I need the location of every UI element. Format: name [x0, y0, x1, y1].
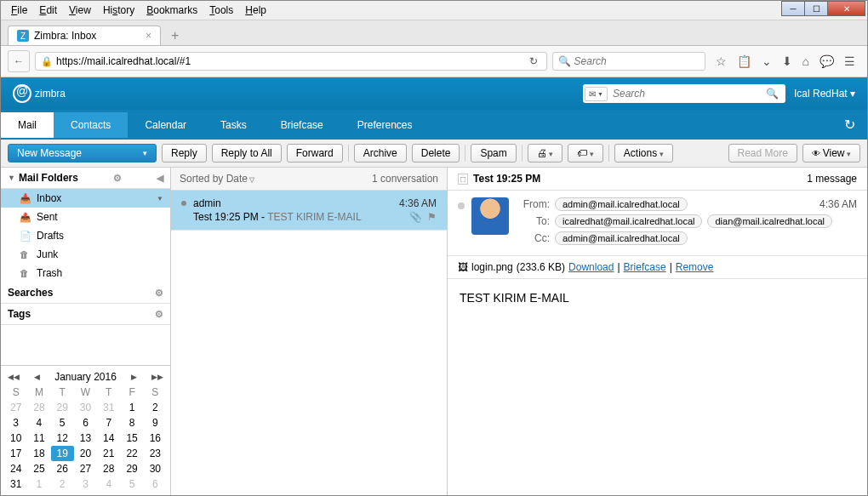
cal-day-next[interactable]: 2 — [51, 476, 74, 492]
cal-day-next[interactable]: 5 — [120, 476, 143, 492]
tab-calendar[interactable]: Calendar — [128, 112, 203, 138]
menu-file[interactable]: File — [6, 3, 32, 18]
cal-day[interactable]: 16 — [144, 430, 167, 446]
collapse-icon[interactable]: ▼ — [8, 174, 15, 182]
read-more-button[interactable]: Read More — [728, 144, 797, 162]
cal-day-next[interactable]: 6 — [144, 476, 167, 492]
window-close[interactable]: ✕ — [827, 1, 865, 16]
zimbra-search[interactable]: ✉ ▼ 🔍 — [583, 84, 785, 103]
cal-day[interactable]: 11 — [27, 430, 50, 446]
address-bar[interactable]: 🔒 ↻ — [35, 52, 547, 71]
hamburger-icon[interactable]: ☰ — [844, 54, 855, 68]
cal-day[interactable]: 12 — [51, 430, 74, 446]
clipboard-icon[interactable]: 📋 — [737, 54, 751, 68]
mail-folders-header[interactable]: ▼ Mail Folders ⚙ ◀ — [1, 168, 170, 189]
reply-all-button[interactable]: Reply to All — [212, 144, 282, 162]
gear-icon[interactable]: ⚙ — [155, 309, 163, 320]
cal-day-next[interactable]: 4 — [97, 476, 120, 492]
collapse-panel-icon[interactable]: ◀ — [157, 173, 163, 184]
flag-icon[interactable]: ⚑ — [427, 211, 437, 223]
read-status-icon[interactable] — [458, 202, 465, 209]
sidebar-item-junk[interactable]: 🗑Junk — [1, 245, 170, 264]
cal-prev-fast[interactable]: ◀◀ — [8, 373, 20, 381]
search-submit-icon[interactable]: 🔍 — [761, 88, 784, 100]
home-icon[interactable]: ⌂ — [802, 54, 809, 68]
cal-day[interactable]: 14 — [97, 430, 120, 446]
cal-day[interactable]: 31 — [4, 476, 27, 492]
menu-help[interactable]: Help — [240, 3, 271, 18]
bookmark-star-icon[interactable]: ☆ — [716, 54, 727, 68]
cal-day-prev[interactable]: 28 — [27, 400, 50, 415]
cal-day[interactable]: 18 — [27, 446, 50, 461]
chat-icon[interactable]: 💬 — [819, 54, 834, 68]
cal-day[interactable]: 2 — [144, 400, 167, 415]
expand-icon[interactable]: □ — [458, 174, 468, 185]
cal-day[interactable]: 21 — [97, 446, 120, 461]
tab-mail[interactable]: Mail — [1, 112, 54, 138]
sort-dropdown[interactable]: Sorted by Date — [180, 173, 254, 185]
cal-next-fast[interactable]: ▶▶ — [151, 373, 163, 381]
reload-icon[interactable]: ↻ — [526, 55, 541, 67]
cal-day[interactable]: 19 — [51, 446, 74, 461]
menu-history[interactable]: History — [98, 3, 140, 18]
cal-day[interactable]: 7 — [97, 415, 120, 430]
actions-dropdown[interactable]: Actions — [614, 144, 673, 162]
url-input[interactable] — [56, 55, 523, 67]
browser-search[interactable]: 🔍 — [552, 52, 705, 71]
cal-day[interactable]: 17 — [4, 446, 27, 461]
cal-next[interactable]: ▶ — [131, 373, 137, 381]
cal-title[interactable]: January 2016 — [54, 371, 117, 383]
search-scope-dropdown[interactable]: ✉ ▼ — [585, 87, 608, 101]
cal-day[interactable]: 13 — [74, 430, 97, 446]
cal-day-next[interactable]: 1 — [27, 476, 50, 492]
message-item[interactable]: admin4:36 AMTest 19:25 PM - TEST KIRIM E… — [171, 191, 447, 231]
cal-day-prev[interactable]: 30 — [74, 400, 97, 415]
cal-day[interactable]: 30 — [144, 461, 167, 476]
delete-button[interactable]: Delete — [412, 144, 460, 162]
menu-tools[interactable]: Tools — [204, 3, 238, 18]
attachment-download[interactable]: Download — [568, 261, 614, 273]
attachment-briefcase[interactable]: Briefcase — [624, 261, 666, 273]
spam-button[interactable]: Spam — [471, 144, 516, 162]
cal-day[interactable]: 25 — [27, 461, 50, 476]
reply-button[interactable]: Reply — [162, 144, 207, 162]
cal-day[interactable]: 5 — [51, 415, 74, 430]
move-dropdown[interactable]: 🖨 — [528, 144, 563, 162]
cal-day[interactable]: 20 — [74, 446, 97, 461]
sidebar-item-inbox[interactable]: 📥Inbox▼ — [1, 189, 170, 208]
menu-bookmarks[interactable]: Bookmarks — [141, 3, 203, 18]
new-tab-button[interactable]: + — [164, 28, 186, 43]
sidebar-item-drafts[interactable]: 📄Drafts — [1, 226, 170, 245]
cal-prev[interactable]: ◀ — [34, 373, 40, 381]
cal-day[interactable]: 29 — [120, 461, 143, 476]
back-button[interactable]: ← — [8, 50, 30, 72]
menu-edit[interactable]: Edit — [34, 3, 62, 18]
gear-icon[interactable]: ⚙ — [113, 173, 122, 184]
window-maximize[interactable]: ☐ — [804, 1, 828, 16]
tab-contacts[interactable]: Contacts — [54, 112, 128, 138]
archive-button[interactable]: Archive — [354, 144, 407, 162]
from-address[interactable]: admin@mail.icalredhat.local — [555, 197, 688, 211]
cal-day[interactable]: 6 — [74, 415, 97, 430]
to-address[interactable]: dian@mail.icalredhat.local — [707, 214, 832, 228]
sidebar-item-sent[interactable]: 📤Sent — [1, 208, 170, 226]
to-address[interactable]: icalredhat@mail.icalredhat.local — [555, 214, 702, 228]
downloads-icon[interactable]: ⬇ — [782, 54, 792, 68]
cal-day[interactable]: 10 — [4, 430, 27, 446]
cal-day-prev[interactable]: 27 — [4, 400, 27, 415]
attachment-name[interactable]: login.png — [471, 261, 513, 273]
cal-day-next[interactable]: 3 — [74, 476, 97, 492]
browser-tab[interactable]: Z Zimbra: Inbox × — [8, 26, 161, 45]
forward-button[interactable]: Forward — [287, 144, 343, 162]
tag-dropdown[interactable]: 🏷 — [568, 144, 603, 162]
cal-day[interactable]: 26 — [51, 461, 74, 476]
tab-tasks[interactable]: Tasks — [203, 112, 264, 138]
refresh-icon[interactable]: ↻ — [832, 110, 867, 140]
attachment-remove[interactable]: Remove — [676, 261, 714, 273]
cal-day[interactable]: 28 — [97, 461, 120, 476]
cal-day[interactable]: 15 — [120, 430, 143, 446]
cal-day[interactable]: 24 — [4, 461, 27, 476]
menu-view[interactable]: View — [64, 3, 96, 18]
tab-briefcase[interactable]: Briefcase — [264, 112, 340, 138]
chevron-down-icon[interactable]: ▼ — [157, 195, 163, 202]
